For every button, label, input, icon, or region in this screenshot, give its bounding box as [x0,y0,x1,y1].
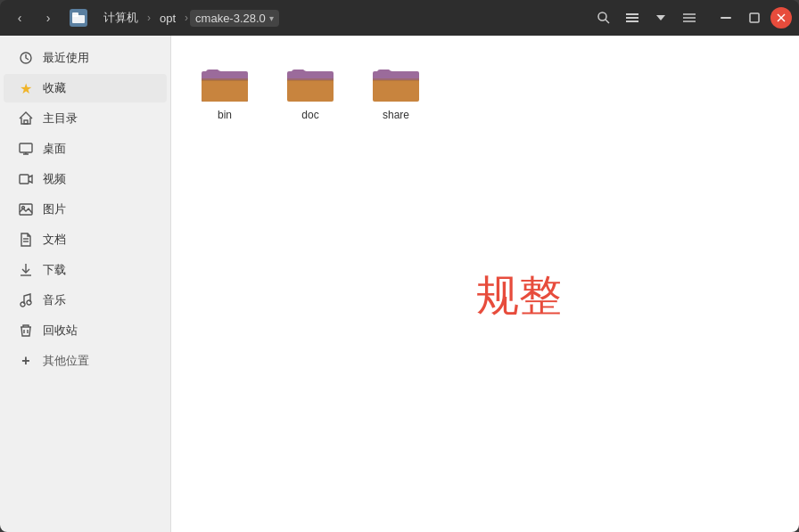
main-layout: 最近使用 ★ 收藏 主目录 [0,36,799,532]
folder-doc[interactable]: doc [275,53,346,128]
sidebar-item-home-label: 主目录 [43,110,78,127]
close-button[interactable] [770,7,792,29]
svg-rect-35 [373,78,419,81]
svg-rect-21 [20,175,29,184]
folder-share-label: share [383,109,409,121]
videos-icon [18,171,34,187]
folder-bin-icon [200,61,250,103]
folder-share-icon [371,61,421,103]
breadcrumb-computer[interactable]: 计算机 [96,6,145,29]
home-icon [18,110,34,127]
sidebar-item-videos-label: 视频 [43,171,66,187]
sidebar-item-downloads[interactable]: 下载 [4,256,167,284]
breadcrumb-dropdown-arrow: ▾ [269,13,274,23]
sidebar-item-recent-label: 最近使用 [43,50,89,66]
sidebar-item-favorites-label: 收藏 [43,80,66,96]
breadcrumb-sep-1: › [145,12,152,24]
sidebar-item-downloads-label: 下载 [43,262,66,278]
desktop-icon [18,141,34,157]
breadcrumb-sep-2: › [183,12,190,24]
trash-icon [18,323,34,339]
downloads-icon [18,262,34,278]
svg-rect-18 [20,143,32,152]
files-grid: bin doc [171,36,799,146]
file-manager-window: ‹ › 计算机 › opt › cmake-3.28.0 ▾ [0,0,799,532]
sidebar-item-documents-label: 文档 [43,232,66,248]
sidebar-item-pictures-label: 图片 [43,201,66,217]
sidebar-item-desktop[interactable]: 桌面 [4,135,167,163]
svg-rect-12 [721,17,731,19]
view-list-button[interactable] [619,5,646,30]
titlebar-actions [590,5,703,30]
search-button[interactable] [590,5,617,30]
svg-marker-8 [656,15,665,20]
svg-point-3 [598,12,606,20]
sidebar-item-other[interactable]: + 其他位置 [4,347,167,375]
folder-share[interactable]: share [360,53,432,128]
minimize-button[interactable] [713,5,738,30]
app-logo [68,7,89,29]
sidebar: 最近使用 ★ 收藏 主目录 [0,36,171,532]
svg-rect-33 [202,78,248,81]
sidebar-item-home[interactable]: 主目录 [4,104,167,133]
breadcrumb-current[interactable]: cmake-3.28.0 ▾ [190,10,279,27]
folder-doc-label: doc [301,109,318,121]
content-area: bin doc [171,36,799,532]
svg-rect-5 [626,13,638,15]
breadcrumb: 计算机 › opt › cmake-3.28.0 ▾ [96,6,340,29]
sidebar-item-music[interactable]: 音乐 [4,286,167,315]
sidebar-item-music-label: 音乐 [43,292,66,308]
svg-point-28 [21,302,25,307]
folder-doc-icon [285,61,335,103]
svg-rect-6 [626,17,638,19]
sidebar-item-favorites[interactable]: ★ 收藏 [4,74,167,102]
music-icon [18,292,34,308]
recent-icon [18,50,34,66]
back-button[interactable]: ‹ [7,5,32,30]
window-controls [713,5,792,30]
maximize-button[interactable] [742,5,767,30]
pictures-icon [18,201,34,217]
sidebar-item-recent[interactable]: 最近使用 [4,44,167,72]
folder-bin[interactable]: bin [189,53,260,128]
sidebar-item-trash[interactable]: 回收站 [4,316,167,345]
favorites-icon: ★ [18,80,34,96]
svg-rect-17 [24,120,28,124]
watermark-text: 规整 [476,266,562,323]
svg-rect-7 [626,20,638,22]
sidebar-item-desktop-label: 桌面 [43,141,66,157]
breadcrumb-opt[interactable]: opt [152,8,183,29]
svg-rect-2 [72,12,78,17]
sidebar-item-pictures[interactable]: 图片 [4,195,167,224]
breadcrumb-current-label: cmake-3.28.0 [195,12,266,25]
other-icon: + [18,353,34,369]
sidebar-item-other-label: 其他位置 [43,353,89,369]
documents-icon [18,232,34,248]
menu-button[interactable] [676,5,703,30]
sidebar-item-documents[interactable]: 文档 [4,225,167,254]
forward-button[interactable]: › [36,5,61,30]
titlebar: ‹ › 计算机 › opt › cmake-3.28.0 ▾ [0,0,799,36]
svg-point-29 [27,300,31,305]
svg-rect-34 [287,78,334,81]
folder-bin-label: bin [218,109,232,121]
svg-rect-13 [750,13,759,22]
sidebar-item-trash-label: 回收站 [43,323,78,339]
view-dropdown-button[interactable] [647,5,674,30]
sidebar-item-videos[interactable]: 视频 [4,165,167,193]
forward-icon: › [46,11,51,25]
back-icon: ‹ [18,11,22,25]
svg-line-4 [605,20,609,23]
